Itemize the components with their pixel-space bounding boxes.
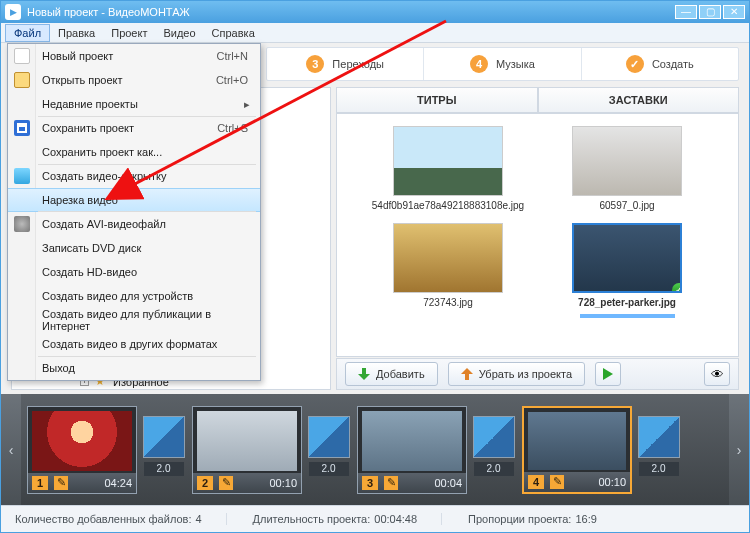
timeline-clip[interactable]: 104:24 [27, 406, 137, 494]
thumbnail-item[interactable]: 54df0b91ae78a49218883108e.jpg [371, 126, 526, 211]
menu-exit[interactable]: Выход [8, 356, 260, 380]
preview-button[interactable] [704, 362, 730, 386]
status-duration: Длительность проекта:00:04:48 [253, 513, 443, 525]
close-button[interactable]: ✕ [723, 5, 745, 19]
menu-project[interactable]: Проект [103, 25, 155, 41]
menu-video[interactable]: Видео [155, 25, 203, 41]
menu-bar: Файл Правка Проект Видео Справка [1, 23, 749, 43]
transition-slot[interactable]: 2.0 [636, 416, 681, 484]
thumbnail-selection-bar [580, 314, 675, 318]
thumbnail-caption: 728_peter-parker.jpg [578, 297, 676, 308]
menu-file[interactable]: Файл [5, 24, 50, 42]
minimize-button[interactable]: — [675, 5, 697, 19]
menu-internet[interactable]: Создать видео для публикации в Интернет [8, 308, 260, 332]
timeline: ‹ › 104:24 2.0 200:10 2.0 300:04 2.0 [1, 394, 749, 505]
step-create[interactable]: Создать [582, 48, 738, 80]
window-title: Новый проект - ВидеоМОНТАЖ [27, 6, 675, 18]
gallery-tabs: ТИТРЫ ЗАСТАВКИ [336, 87, 739, 113]
thumbnail-caption: 60597_0.jpg [599, 200, 654, 211]
edit-icon[interactable] [219, 476, 233, 490]
menu-edit[interactable]: Правка [50, 25, 103, 41]
edit-icon[interactable] [550, 475, 564, 489]
menu-create-postcard[interactable]: Создать видео-открытку [8, 164, 260, 188]
menu-create-hd[interactable]: Создать HD-видео [8, 260, 260, 284]
menu-save-project[interactable]: Сохранить проектCtrl+S [8, 116, 260, 140]
status-aspect: Пропорции проекта:16:9 [468, 513, 621, 525]
maximize-button[interactable]: ▢ [699, 5, 721, 19]
menu-save-as[interactable]: Сохранить проект как... [8, 140, 260, 164]
transition-slot[interactable]: 2.0 [306, 416, 351, 484]
transition-slot[interactable]: 2.0 [141, 416, 186, 484]
thumbnail-item-selected[interactable]: 728_peter-parker.jpg [550, 223, 705, 318]
menu-new-project[interactable]: Новый проектCtrl+N [8, 44, 260, 68]
menu-open-project[interactable]: Открыть проектCtrl+O [8, 68, 260, 92]
play-button[interactable] [595, 362, 621, 386]
remove-button[interactable]: Убрать из проекта [448, 362, 585, 386]
edit-icon[interactable] [384, 476, 398, 490]
app-icon [5, 4, 21, 20]
remove-icon [461, 368, 473, 380]
thumbnail-item[interactable]: 723743.jpg [371, 223, 526, 318]
thumbnail-item[interactable]: 60597_0.jpg [550, 126, 705, 211]
timeline-prev[interactable]: ‹ [1, 394, 21, 505]
gallery-controls: Добавить Убрать из проекта [336, 358, 739, 390]
menu-video-cut[interactable]: Нарезка видео [8, 188, 260, 212]
title-bar: Новый проект - ВидеоМОНТАЖ — ▢ ✕ [1, 1, 749, 23]
transition-slot[interactable]: 2.0 [471, 416, 516, 484]
menu-other-formats[interactable]: Создать видео в других форматах [8, 332, 260, 356]
thumbnail-caption: 54df0b91ae78a49218883108e.jpg [372, 200, 524, 211]
timeline-clip[interactable]: 300:04 [357, 406, 467, 494]
tab-screensavers[interactable]: ЗАСТАВКИ [538, 87, 740, 113]
add-button[interactable]: Добавить [345, 362, 438, 386]
steps-toolbar: 3Переходы 4Музыка Создать [266, 47, 739, 81]
file-menu-dropdown: Новый проектCtrl+N Открыть проектCtrl+O … [7, 43, 261, 381]
timeline-next[interactable]: › [729, 394, 749, 505]
tab-titles[interactable]: ТИТРЫ [336, 87, 538, 113]
timeline-clip-selected[interactable]: 400:10 [522, 406, 632, 494]
menu-help[interactable]: Справка [204, 25, 263, 41]
menu-burn-dvd[interactable]: Записать DVD диск [8, 236, 260, 260]
step-transitions[interactable]: 3Переходы [267, 48, 424, 80]
status-file-count: Количество добавленных файлов:4 [15, 513, 227, 525]
thumbnail-grid: 54df0b91ae78a49218883108e.jpg 60597_0.jp… [336, 113, 739, 357]
check-icon [626, 55, 644, 73]
menu-devices[interactable]: Создать видео для устройств [8, 284, 260, 308]
app-window: Новый проект - ВидеоМОНТАЖ — ▢ ✕ Файл Пр… [0, 0, 750, 533]
add-icon [358, 368, 370, 380]
edit-icon[interactable] [54, 476, 68, 490]
menu-recent-projects[interactable]: Недавние проекты▸ [8, 92, 260, 116]
status-bar: Количество добавленных файлов:4 Длительн… [1, 505, 749, 532]
step-music[interactable]: 4Музыка [424, 48, 581, 80]
thumbnail-caption: 723743.jpg [423, 297, 473, 308]
timeline-clip[interactable]: 200:10 [192, 406, 302, 494]
menu-create-avi[interactable]: Создать AVI-видеофайл [8, 212, 260, 236]
